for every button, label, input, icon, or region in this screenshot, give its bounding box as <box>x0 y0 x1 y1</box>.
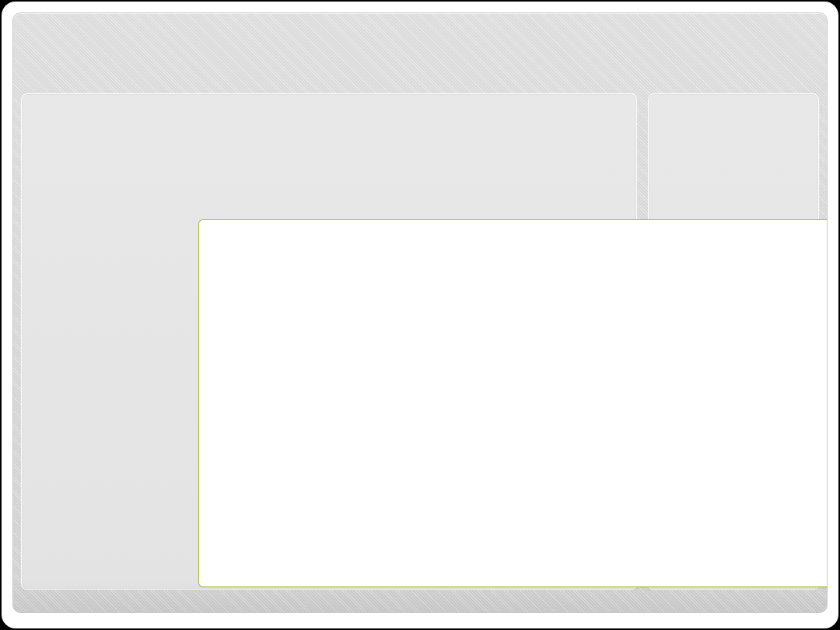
outer-card <box>2 2 838 628</box>
window-header <box>13 13 827 86</box>
highlight-overlay <box>198 219 828 587</box>
stage <box>0 0 840 630</box>
app-window <box>12 12 828 613</box>
